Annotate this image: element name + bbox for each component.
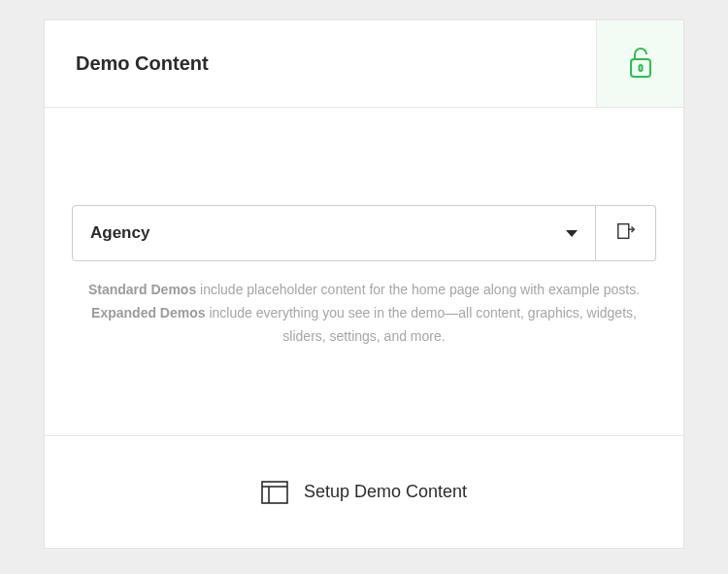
desc-strong-1: Standard Demos — [88, 282, 196, 297]
svg-rect-3 — [262, 482, 287, 503]
setup-demo-content-button[interactable]: Setup Demo Content — [45, 436, 683, 548]
svg-rect-0 — [631, 59, 650, 77]
desc-part-1: include placeholder content for the home… — [196, 282, 640, 297]
desc-part-2: include everything you see in the demo—a… — [206, 305, 637, 344]
demo-content-card: Demo Content Agency — [44, 19, 684, 549]
svg-rect-2 — [617, 224, 628, 239]
external-link-button[interactable] — [596, 205, 656, 261]
unlock-button[interactable] — [596, 20, 683, 107]
setup-demo-content-label: Setup Demo Content — [304, 482, 467, 502]
demo-description: Standard Demos include placeholder conte… — [72, 279, 656, 348]
layout-icon — [261, 481, 288, 504]
demo-select[interactable]: Agency — [72, 205, 596, 261]
caret-down-icon — [566, 230, 578, 237]
card-header: Demo Content — [45, 20, 683, 108]
external-link-icon — [615, 220, 637, 246]
desc-strong-2: Expanded Demos — [91, 305, 205, 321]
card-title: Demo Content — [45, 20, 596, 107]
unlock-icon — [629, 46, 652, 83]
select-row: Agency — [72, 205, 656, 261]
svg-rect-1 — [639, 65, 642, 71]
card-body: Agency Standard Demos include placeholde… — [45, 108, 683, 436]
demo-select-value: Agency — [90, 223, 149, 243]
